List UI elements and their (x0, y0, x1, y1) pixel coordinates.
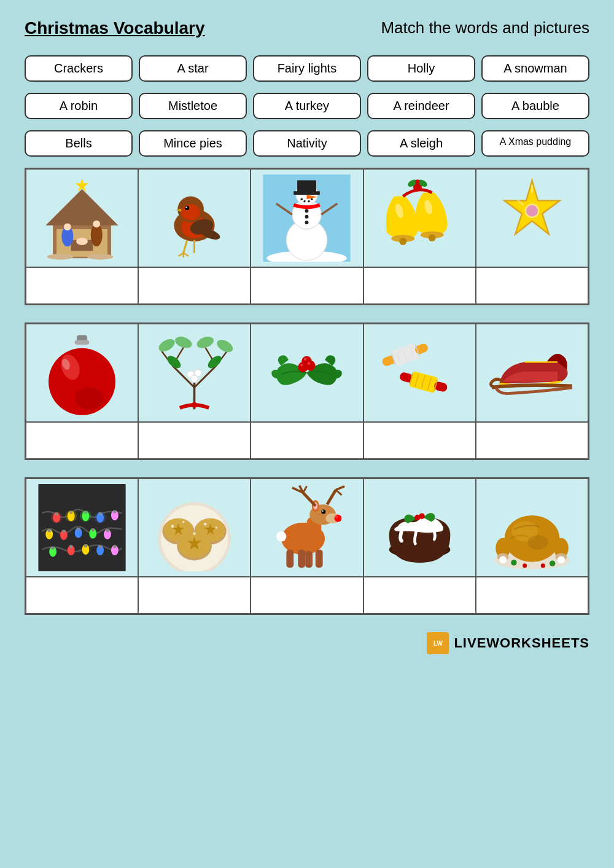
svg-point-181 (419, 513, 424, 518)
svg-point-190 (499, 556, 507, 563)
svg-point-195 (541, 563, 545, 568)
label-star[interactable] (476, 267, 588, 304)
svg-point-52 (415, 179, 419, 184)
word-xmas-pudding: A Xmas pudding (481, 130, 589, 157)
svg-point-4 (76, 238, 88, 245)
label-robin[interactable] (138, 267, 251, 304)
svg-line-171 (336, 486, 344, 490)
image-reindeer (251, 479, 363, 577)
image-bauble (26, 324, 138, 422)
label-reindeer[interactable] (251, 577, 363, 614)
svg-line-172 (336, 490, 341, 495)
svg-point-81 (191, 375, 198, 383)
label-holly[interactable] (251, 422, 363, 459)
svg-line-23 (179, 253, 184, 256)
image-turkey (476, 479, 588, 577)
svg-rect-125 (106, 529, 109, 532)
svg-point-8 (93, 221, 100, 228)
svg-line-166 (303, 493, 316, 506)
svg-rect-115 (114, 510, 117, 514)
svg-point-73 (157, 337, 177, 354)
svg-point-76 (215, 337, 235, 355)
label-xmas-pudding[interactable] (363, 577, 476, 614)
image-holly (251, 324, 363, 422)
word-mince-pies: Mince pies (139, 130, 247, 157)
word-a-turkey: A turkey (253, 93, 361, 119)
label-bauble[interactable] (26, 422, 138, 459)
svg-point-38 (308, 200, 311, 203)
svg-point-136 (51, 512, 63, 523)
svg-point-160 (335, 515, 342, 522)
label-turkey[interactable] (476, 577, 588, 614)
svg-point-65 (75, 388, 104, 410)
word-crackers: Crackers (25, 55, 133, 82)
svg-point-37 (304, 200, 306, 203)
label-fairy-lights[interactable] (26, 577, 138, 614)
label-bells[interactable] (363, 267, 476, 304)
image-grid-3 (25, 477, 589, 615)
word-fairy-lights: Fairy lights (253, 55, 361, 82)
logo-text: LW (433, 640, 443, 647)
svg-rect-175 (306, 551, 313, 568)
image-sleigh (476, 324, 588, 422)
svg-point-162 (322, 509, 326, 514)
word-a-star: A star (139, 55, 247, 82)
svg-rect-119 (63, 530, 66, 533)
page-header: Christmas Vocabulary Match the words and… (25, 18, 589, 38)
svg-rect-135 (114, 545, 117, 548)
svg-point-10 (47, 254, 74, 259)
label-snowman[interactable] (251, 267, 363, 304)
page-title: Christmas Vocabulary (25, 18, 205, 38)
svg-rect-32 (294, 191, 321, 195)
label-nativity[interactable] (26, 267, 138, 304)
svg-point-139 (95, 512, 106, 523)
svg-rect-174 (298, 550, 306, 568)
word-a-reindeer: A reindeer (367, 93, 475, 119)
word-a-sleigh: A sleigh (367, 130, 475, 157)
svg-point-39 (311, 198, 314, 200)
svg-point-86 (300, 364, 303, 367)
svg-point-137 (65, 510, 77, 522)
svg-point-154 (216, 526, 218, 529)
word-bells: Bells (25, 130, 133, 157)
brand-name: LIVEWORKSHEETS (454, 635, 589, 651)
svg-line-170 (327, 490, 336, 504)
svg-marker-0 (45, 189, 118, 225)
svg-point-87 (308, 362, 311, 365)
word-row-3: Bells Mince pies Nativity A sleigh A Xma… (25, 130, 589, 157)
svg-point-46 (399, 238, 406, 245)
svg-point-151 (171, 525, 174, 528)
svg-rect-123 (91, 528, 95, 531)
label-crackers[interactable] (363, 422, 476, 459)
svg-point-177 (276, 531, 287, 542)
word-mistletoe: Mistletoe (139, 93, 247, 119)
word-row-2: A robin Mistletoe A turkey A reindeer A … (25, 93, 589, 119)
label-mince-pies[interactable] (138, 577, 251, 614)
image-crackers (363, 324, 476, 422)
svg-point-48 (428, 234, 435, 241)
svg-rect-61 (75, 340, 90, 345)
svg-point-194 (523, 563, 527, 568)
svg-point-85 (302, 356, 313, 367)
svg-rect-121 (77, 528, 80, 531)
svg-point-6 (64, 223, 71, 230)
brand-logo: LW (427, 632, 449, 654)
label-mistletoe[interactable] (138, 422, 251, 459)
image-mistletoe (138, 324, 251, 422)
svg-point-138 (80, 510, 91, 522)
image-grid-1 (25, 168, 589, 305)
svg-point-11 (87, 254, 114, 259)
svg-rect-176 (316, 550, 323, 568)
word-a-snowman: A snowman (481, 55, 589, 82)
word-nativity: Nativity (253, 130, 361, 157)
svg-point-192 (511, 560, 516, 565)
svg-line-21 (184, 240, 187, 253)
svg-point-152 (182, 521, 185, 523)
svg-point-16 (185, 206, 189, 210)
svg-point-17 (186, 206, 187, 208)
label-sleigh[interactable] (476, 422, 588, 459)
svg-rect-117 (48, 529, 51, 532)
svg-point-82 (192, 402, 197, 407)
svg-point-15 (181, 204, 200, 220)
svg-point-163 (322, 510, 324, 512)
